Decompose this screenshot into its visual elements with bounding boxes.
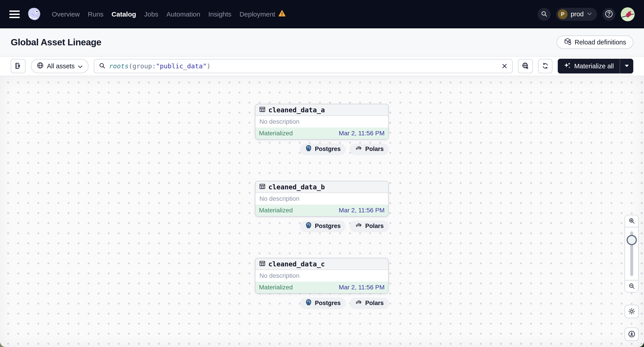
zoom-controls [624, 215, 639, 293]
asset-scope-label: All assets [47, 62, 75, 70]
globe-icon [37, 62, 44, 70]
search-icon [541, 10, 548, 18]
chevron-down-icon [587, 12, 592, 16]
query-paren-close: ) [207, 62, 210, 70]
nav-item-deployment[interactable]: Deployment [240, 10, 286, 18]
primary-nav: Overview Runs Catalog Jobs Automation In… [52, 10, 286, 18]
asset-status-row: Materialized Mar 2, 11:56 PM [256, 205, 388, 216]
refresh-button[interactable] [538, 59, 552, 73]
materialization-timestamp-link[interactable]: Mar 2, 11:56 PM [339, 207, 384, 214]
environment-switcher[interactable]: P prod [556, 8, 597, 21]
asset-node-cleaned-data-b[interactable]: cleaned_data_b No description Materializ… [255, 181, 388, 217]
toggle-sidebar-button[interactable] [11, 59, 26, 73]
tag-postgres[interactable]: Postgres [300, 221, 346, 231]
graph-settings-button[interactable] [624, 305, 639, 318]
nav-item-jobs[interactable]: Jobs [144, 10, 158, 18]
tag-postgres[interactable]: Postgres [300, 144, 346, 154]
query-function: roots [109, 62, 128, 70]
question-mark-icon [605, 9, 613, 19]
asset-node-cleaned-data-c[interactable]: cleaned_data_c No description Materializ… [255, 258, 388, 294]
asset-status-row: Materialized Mar 2, 11:56 PM [256, 127, 388, 139]
tag-polars[interactable]: Polars [350, 298, 388, 308]
tag-label: Postgres [315, 300, 341, 307]
nav-item-overview[interactable]: Overview [52, 10, 80, 18]
asset-query-input[interactable]: roots(group:"public_data") [94, 59, 512, 73]
nav-item-label: Deployment [240, 10, 275, 18]
zoom-in-button[interactable] [625, 215, 638, 227]
asset-node-cleaned-data-a[interactable]: cleaned_data_a No description Materializ… [255, 104, 388, 140]
polars-bear-icon [355, 145, 362, 153]
tag-polars[interactable]: Polars [350, 221, 388, 231]
dagster-logo-icon[interactable] [27, 7, 42, 22]
polars-bear-icon [355, 300, 362, 307]
clear-query-button[interactable] [502, 63, 508, 69]
new-selection-button[interactable] [518, 59, 533, 73]
help-button[interactable] [602, 8, 616, 21]
nav-right-cluster: P prod [538, 7, 634, 21]
user-avatar[interactable] [621, 7, 634, 21]
lineage-canvas[interactable]: cleaned_data_a No description Materializ… [0, 76, 644, 347]
asset-node-header[interactable]: cleaned_data_c [256, 258, 388, 270]
reload-definitions-label: Reload definitions [574, 39, 626, 46]
hamburger-menu-button[interactable] [10, 10, 20, 18]
zoom-out-icon [628, 283, 635, 290]
tag-postgres[interactable]: Postgres [300, 298, 346, 308]
tag-label: Postgres [315, 146, 341, 152]
materialize-options-button[interactable] [620, 59, 633, 73]
asset-tags-row: Postgres Polars [255, 144, 388, 154]
download-icon [628, 330, 636, 339]
status-badge: Materialized [259, 207, 293, 214]
nav-item-label: Overview [52, 10, 80, 18]
tag-label: Polars [365, 223, 384, 230]
zoom-slider-knob[interactable] [626, 235, 637, 245]
download-image-button[interactable] [624, 328, 639, 341]
table-icon [259, 183, 266, 191]
page-header: Global Asset Lineage Reload definitions [0, 28, 644, 56]
hamburger-bar [10, 10, 20, 12]
status-badge: Materialized [259, 284, 293, 291]
nav-item-automation[interactable]: Automation [166, 10, 200, 18]
gear-icon [628, 308, 636, 316]
chevron-down-icon [78, 62, 83, 70]
asset-tags-row: Postgres Polars [255, 298, 388, 308]
environment-initial-badge: P [558, 9, 568, 19]
materialize-all-label: Materialize all [574, 62, 614, 70]
refresh-icon [542, 62, 549, 70]
status-badge: Materialized [259, 130, 293, 137]
nav-item-label: Catalog [112, 10, 136, 18]
query-paren-open: ( [128, 62, 132, 70]
open-panel-icon [14, 62, 22, 70]
tag-polars[interactable]: Polars [350, 144, 388, 154]
asset-scope-dropdown[interactable]: All assets [31, 59, 88, 73]
materialize-all-button[interactable]: Materialize all [558, 59, 620, 73]
materialize-split-button: Materialize all [558, 59, 633, 73]
materialization-timestamp-link[interactable]: Mar 2, 11:56 PM [339, 130, 384, 137]
tag-label: Polars [365, 146, 384, 152]
zoom-slider[interactable] [625, 227, 638, 280]
hamburger-bar [10, 14, 20, 15]
global-search-button[interactable] [538, 8, 550, 21]
asset-description: No description [256, 193, 388, 205]
table-icon [259, 106, 266, 114]
zoom-in-icon [628, 218, 635, 225]
asset-node-header[interactable]: cleaned_data_a [256, 104, 388, 116]
nav-item-insights[interactable]: Insights [208, 10, 231, 18]
tag-label: Polars [365, 300, 384, 307]
tag-label: Postgres [315, 223, 341, 230]
materialization-timestamp-link[interactable]: Mar 2, 11:56 PM [339, 284, 384, 291]
asset-name: cleaned_data_a [268, 106, 325, 114]
asset-description: No description [256, 270, 388, 282]
zoom-out-button[interactable] [625, 280, 638, 292]
top-nav: Overview Runs Catalog Jobs Automation In… [0, 0, 644, 28]
nav-item-runs[interactable]: Runs [88, 10, 104, 18]
postgres-elephant-icon [305, 299, 312, 308]
nav-item-catalog[interactable]: Catalog [112, 10, 136, 18]
asset-status-row: Materialized Mar 2, 11:56 PM [256, 282, 388, 293]
reload-definitions-button[interactable]: Reload definitions [557, 35, 633, 49]
asset-node-header[interactable]: cleaned_data_b [256, 181, 388, 193]
asset-name: cleaned_data_b [268, 183, 325, 191]
polars-bear-icon [355, 222, 362, 230]
caret-down-icon [624, 64, 629, 68]
nav-item-label: Insights [208, 10, 231, 18]
nav-item-label: Automation [166, 10, 200, 18]
